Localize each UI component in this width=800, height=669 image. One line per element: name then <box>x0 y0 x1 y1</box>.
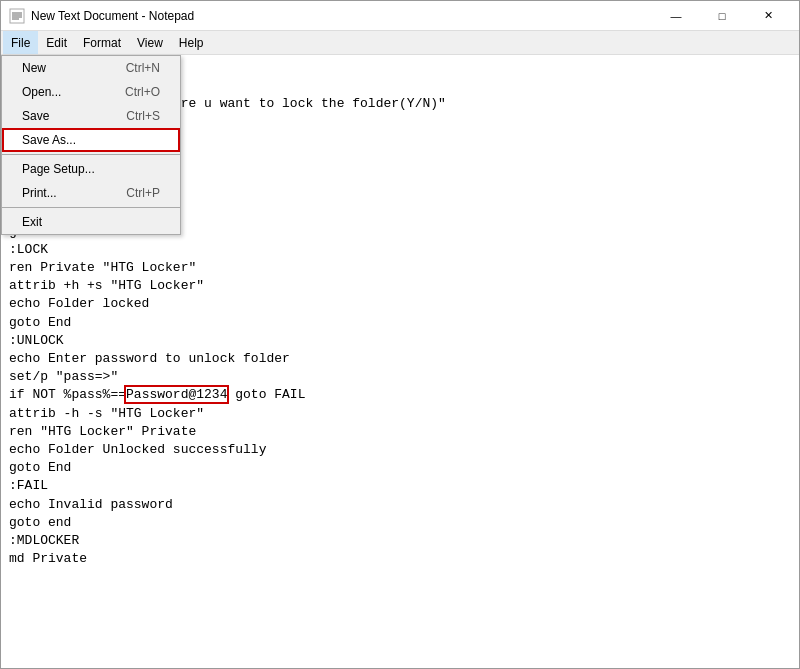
menu-format[interactable]: Format <box>75 31 129 54</box>
menu-page-setup-label: Page Setup... <box>22 162 95 176</box>
menu-exit-label: Exit <box>22 215 42 229</box>
menu-page-setup[interactable]: Page Setup... <box>2 157 180 181</box>
password-highlight: Password@1234 <box>126 387 227 402</box>
menu-save-as[interactable]: Save As... <box>2 128 180 152</box>
menu-print-shortcut: Ctrl+P <box>126 186 160 200</box>
file-dropdown: New Ctrl+N Open... Ctrl+O Save Ctrl+S Sa… <box>1 55 181 235</box>
close-button[interactable]: ✕ <box>745 1 791 31</box>
menu-separator-1 <box>2 154 180 155</box>
menu-new-label: New <box>22 61 46 75</box>
app-icon <box>9 8 25 24</box>
notepad-window: New Text Document - Notepad — □ ✕ File E… <box>0 0 800 669</box>
window-title: New Text Document - Notepad <box>31 9 653 23</box>
menu-bar: File Edit Format View Help New Ctrl+N Op… <box>1 31 799 55</box>
menu-new[interactable]: New Ctrl+N <box>2 56 180 80</box>
menu-edit[interactable]: Edit <box>38 31 75 54</box>
menu-file[interactable]: File <box>3 31 38 54</box>
menu-new-shortcut: Ctrl+N <box>126 61 160 75</box>
menu-open-shortcut: Ctrl+O <box>125 85 160 99</box>
menu-open[interactable]: Open... Ctrl+O <box>2 80 180 104</box>
menu-save-shortcut: Ctrl+S <box>126 109 160 123</box>
menu-save-label: Save <box>22 109 49 123</box>
title-bar: New Text Document - Notepad — □ ✕ <box>1 1 799 31</box>
menu-save-as-label: Save As... <box>22 133 76 147</box>
minimize-button[interactable]: — <box>653 1 699 31</box>
menu-open-label: Open... <box>22 85 61 99</box>
menu-help[interactable]: Help <box>171 31 212 54</box>
svg-rect-0 <box>10 9 24 23</box>
menu-separator-2 <box>2 207 180 208</box>
window-controls: — □ ✕ <box>653 1 791 31</box>
menu-print-label: Print... <box>22 186 57 200</box>
menu-view[interactable]: View <box>129 31 171 54</box>
maximize-button[interactable]: □ <box>699 1 745 31</box>
menu-print[interactable]: Print... Ctrl+P <box>2 181 180 205</box>
menu-exit[interactable]: Exit <box>2 210 180 234</box>
menu-save[interactable]: Save Ctrl+S <box>2 104 180 128</box>
